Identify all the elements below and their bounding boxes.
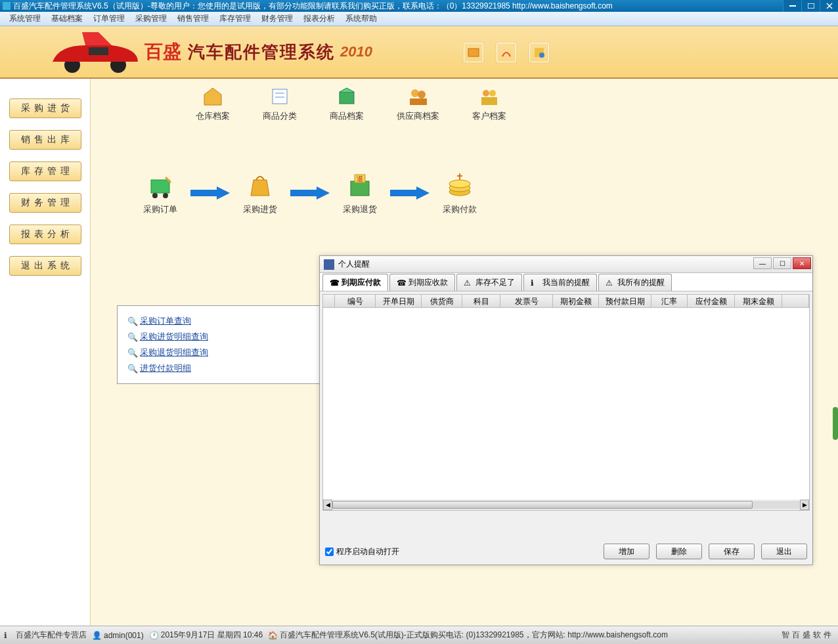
nav-stock[interactable]: 库存管理 [9, 161, 81, 181]
icon-goods[interactable]: 商品档案 [330, 85, 364, 122]
banner-icon-3[interactable] [529, 43, 549, 62]
status-brand: 智百盛软件 [782, 630, 834, 641]
tab-stock-low[interactable]: ⚠库存不足了 [456, 274, 522, 291]
icon-warehouse[interactable]: 仓库档案 [196, 85, 230, 122]
svg-rect-0 [789, 5, 796, 7]
dialog-buttons: 增加 删除 保存 退出 [604, 544, 807, 559]
arrow-icon [290, 186, 330, 200]
tab-label: 到期应收款 [408, 277, 448, 288]
minimize-button[interactable] [783, 0, 801, 12]
svg-point-9 [539, 53, 544, 58]
menu-system[interactable]: 系统管理 [4, 13, 46, 24]
status-date: 🕐2015年9月17日 星期四 10:46 [149, 630, 263, 641]
magnifier-icon: 🔍 [128, 316, 137, 326]
col-payable[interactable]: 应付金额 [688, 295, 735, 307]
scroll-left-icon[interactable]: ◀ [323, 500, 332, 510]
icon-customer[interactable]: 客户档案 [472, 85, 506, 122]
users-icon [478, 85, 500, 108]
nav-exit[interactable]: 退出系统 [9, 256, 81, 276]
nav-sales[interactable]: 销售出库 [9, 130, 81, 150]
reminder-dialog: 个人提醒 — ☐ ✕ ☎到期应付款 ☎到期应收款 ⚠库存不足了 ℹ我当前的提醒 … [319, 255, 813, 565]
save-button[interactable]: 保存 [709, 544, 755, 559]
dialog-grid: 编号 开单日期 供货商 科目 发票号 期初金额 预付款日期 汇率 应付金额 期末… [322, 294, 810, 511]
link-in-detail[interactable]: 采购进货明细查询 [140, 331, 208, 343]
svg-rect-28 [390, 190, 416, 196]
link-item: 🔍采购进货明细查询 [128, 331, 320, 343]
menu-order[interactable]: 订单管理 [88, 13, 130, 24]
menu-purchase[interactable]: 采购管理 [130, 13, 172, 24]
note-icon [269, 85, 291, 108]
flow-label: 采购付款 [443, 204, 477, 215]
maximize-button[interactable] [801, 0, 820, 12]
nav-finance[interactable]: 财务管理 [9, 193, 81, 213]
banner-icon-2[interactable] [496, 43, 516, 62]
menu-stock[interactable]: 库存管理 [214, 13, 256, 24]
col-prepay-date[interactable]: 预付款日期 [599, 295, 651, 307]
user-icon: 👤 [92, 631, 101, 640]
sys-year: 2010 [340, 43, 372, 60]
menu-report[interactable]: 报表分析 [298, 13, 340, 24]
dialog-title: 个人提醒 [338, 259, 370, 270]
status-store-text: 百盛汽车配件专营店 [16, 630, 87, 641]
scroll-right-icon[interactable]: ▶ [800, 500, 809, 510]
autostart-check-input[interactable] [325, 547, 334, 556]
svg-rect-24 [290, 190, 317, 196]
menu-bar: 系统管理 基础档案 订单管理 采购管理 销售管理 库存管理 财务管理 报表分析 … [0, 12, 838, 26]
col-begin[interactable]: 期初金额 [553, 295, 599, 307]
dialog-maximize-button[interactable]: ☐ [773, 257, 791, 269]
delete-button[interactable]: 删除 [656, 544, 702, 559]
house-icon [202, 85, 224, 108]
nav-purchase[interactable]: 采购进货 [9, 98, 81, 118]
dialog-minimize-button[interactable]: — [753, 257, 772, 269]
menu-sales[interactable]: 销售管理 [172, 13, 214, 24]
col-invoice[interactable]: 发票号 [500, 295, 553, 307]
right-scrollbar[interactable] [833, 407, 838, 440]
svg-rect-1 [808, 3, 814, 9]
dialog-icon [324, 259, 334, 270]
icon-supplier[interactable]: 供应商档案 [397, 85, 439, 122]
grid-scrollbar[interactable]: ◀ ▶ [323, 500, 809, 510]
tab-payable[interactable]: ☎到期应付款 [322, 274, 388, 291]
link-pay-detail[interactable]: 进货付款明细 [140, 362, 191, 374]
scroll-thumb[interactable] [332, 501, 753, 509]
box-icon [336, 85, 358, 108]
people-icon [407, 85, 430, 108]
status-info: 🏠百盛汽车配件管理系统V6.5(试用版)-正式版购买电话: (0)1332992… [268, 630, 668, 641]
tab-receivable[interactable]: ☎到期应收款 [389, 274, 455, 291]
svg-rect-6 [89, 47, 108, 55]
link-order-query[interactable]: 采购订单查询 [140, 315, 191, 327]
status-info-text: 百盛汽车配件管理系统V6.5(试用版)-正式版购买电话: (0)13329921… [280, 630, 668, 641]
svg-rect-23 [190, 190, 217, 196]
banner-icons [464, 43, 549, 62]
flow-in[interactable]: 采购进货 [243, 171, 277, 215]
link-return-detail[interactable]: 采购退货明细查询 [140, 347, 208, 358]
svg-text:退: 退 [357, 175, 363, 182]
exit-button[interactable]: 退出 [761, 544, 807, 559]
close-button[interactable] [820, 0, 838, 12]
svg-rect-20 [151, 180, 169, 193]
link-item: 🔍进货付款明细 [128, 362, 320, 374]
add-button[interactable]: 增加 [604, 544, 650, 559]
col-rate[interactable]: 汇率 [651, 295, 688, 307]
flow-return[interactable]: 退 采购退货 [343, 171, 377, 215]
menu-help[interactable]: 系统帮助 [340, 13, 382, 24]
svg-rect-16 [410, 98, 427, 105]
svg-point-15 [418, 91, 426, 98]
menu-base[interactable]: 基础档案 [46, 13, 88, 24]
dialog-close-button[interactable]: ✕ [793, 257, 811, 269]
menu-finance[interactable]: 财务管理 [256, 13, 298, 24]
magnifier-icon: 🔍 [128, 332, 137, 341]
nav-report[interactable]: 报表分析 [9, 225, 81, 244]
col-no[interactable]: 编号 [335, 295, 376, 307]
autostart-checkbox[interactable]: 程序启动自动打开 [325, 546, 399, 557]
tab-my-current[interactable]: ℹ我当前的提醒 [523, 274, 597, 291]
banner-icon-1[interactable] [464, 43, 483, 62]
col-date[interactable]: 开单日期 [376, 295, 422, 307]
col-subject[interactable]: 科目 [462, 295, 500, 307]
tab-my-all[interactable]: ⚠我所有的提醒 [598, 274, 672, 291]
col-supplier[interactable]: 供货商 [422, 295, 462, 307]
flow-order[interactable]: 采购订单 [143, 171, 177, 215]
col-end[interactable]: 期末金额 [735, 295, 782, 307]
icon-category[interactable]: 商品分类 [263, 85, 297, 122]
flow-pay[interactable]: 采购付款 [443, 171, 477, 215]
